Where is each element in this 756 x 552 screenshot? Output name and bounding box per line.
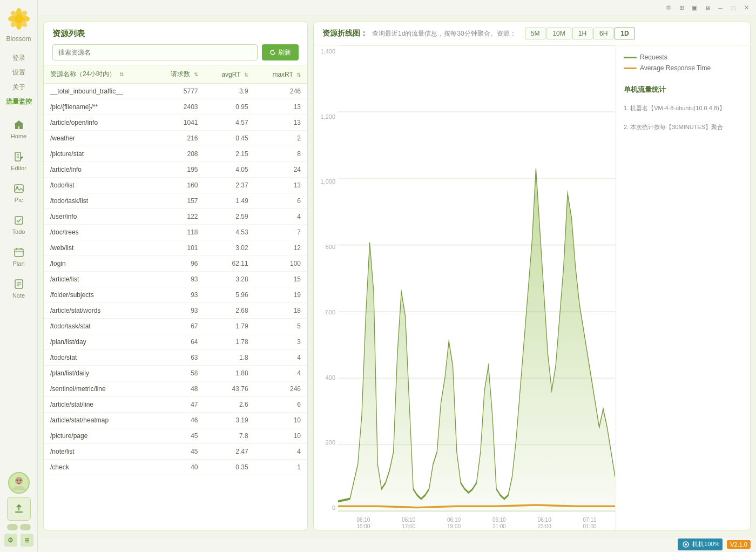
time-1h[interactable]: 1H	[572, 28, 592, 39]
nav-home[interactable]: Home	[0, 113, 37, 145]
table-row[interactable]: __total_inbound_traffic__ 5777 3.9 246	[44, 84, 307, 99]
table-row[interactable]: /check 40 0.35 1	[44, 460, 307, 475]
row-avgrt: 5.96	[205, 287, 255, 303]
table-row[interactable]: /article/open/info 1041 4.57 13	[44, 115, 307, 131]
window-close-btn[interactable]: ✕	[742, 4, 751, 12]
pic-icon	[12, 182, 25, 195]
time-10m[interactable]: 10M	[546, 28, 571, 39]
row-requests: 64	[153, 334, 205, 350]
single-machine-title: 单机流量统计	[624, 85, 742, 95]
window-screen-btn[interactable]: 🖥	[703, 4, 712, 12]
row-name: /check	[44, 460, 153, 475]
time-6h[interactable]: 6H	[593, 28, 613, 39]
svg-rect-16	[15, 217, 23, 224]
row-requests: 46	[153, 413, 205, 428]
traffic-link[interactable]: 流量监控	[2, 95, 36, 109]
col-name-header[interactable]: 资源名称（24小时内） ⇅	[44, 65, 153, 84]
refresh-button[interactable]: 刷新	[262, 44, 299, 60]
window-maximize-btn[interactable]: □	[729, 4, 738, 12]
settings-icon[interactable]: ⚙	[4, 534, 17, 547]
row-avgrt: 1.88	[205, 366, 255, 381]
table-row[interactable]: /article/info 195 4.05 24	[44, 162, 307, 178]
row-name: /plan/list/day	[44, 334, 153, 350]
sidebar-links: 登录 设置 关于 流量监控	[0, 47, 37, 113]
y-label-1000: 1,000	[314, 178, 338, 185]
about-link[interactable]: 关于	[0, 80, 37, 94]
row-name: /article/list	[44, 272, 153, 287]
table-row[interactable]: /web/list 101 3.02 12	[44, 240, 307, 256]
table-row[interactable]: /article/stat/line 47 2.6 6	[44, 397, 307, 413]
settings-link[interactable]: 设置	[0, 66, 37, 79]
nav-pic-label: Pic	[15, 197, 23, 203]
nav-plan-label: Plan	[12, 260, 24, 267]
nav-pic[interactable]: Pic	[0, 177, 37, 208]
y-label-400: 400	[314, 374, 338, 381]
table-row[interactable]: /pic/{filename}/** 2403 0.95 13	[44, 99, 307, 115]
svg-point-27	[19, 480, 21, 481]
table-row[interactable]: /user/info 122 2.59 4	[44, 209, 307, 225]
svg-rect-17	[15, 249, 23, 257]
row-requests: 1041	[153, 115, 205, 131]
table-row[interactable]: /sentinel/metric/line 48 43.76 246	[44, 381, 307, 397]
nav-plan[interactable]: Plan	[0, 240, 37, 272]
table-row[interactable]: /article/list 93 3.28 15	[44, 272, 307, 287]
row-requests: 101	[153, 240, 205, 256]
nav-note[interactable]: Note	[0, 272, 37, 304]
table-row[interactable]: /weather 216 0.45 2	[44, 131, 307, 146]
row-requests: 93	[153, 287, 205, 303]
legend-avgrt: Average Response Time	[624, 64, 742, 72]
table-row[interactable]: /todo/task/stat 67 1.79 5	[44, 319, 307, 334]
table-row[interactable]: /plan/list/day 64 1.78 3	[44, 334, 307, 350]
window-topbar: ⚙ ⊞ ▣ 🖥 ─ □ ✕	[38, 0, 756, 16]
table-row[interactable]: /login 96 62.11 100	[44, 256, 307, 272]
svg-point-25	[15, 477, 23, 484]
upload-button[interactable]	[7, 497, 31, 521]
time-5m[interactable]: 5M	[525, 28, 546, 39]
table-row[interactable]: /doc/trees 118 4.53 7	[44, 225, 307, 240]
row-avgrt: 2.47	[205, 444, 255, 460]
row-name: /todo/task/stat	[44, 319, 153, 334]
table-row[interactable]: /article/stat/heatmap 46 3.19 10	[44, 413, 307, 428]
col-avgrt-header[interactable]: avgRT ⇅	[205, 65, 255, 84]
row-avgrt: 62.11	[205, 256, 255, 272]
toggle-1[interactable]	[7, 524, 18, 530]
table-row[interactable]: /plan/list/daily 58 1.88 4	[44, 366, 307, 381]
table-row[interactable]: /picture/stat 208 2.15 8	[44, 146, 307, 162]
window-settings-btn[interactable]: ⚙	[664, 4, 673, 12]
y-label-0: 0	[314, 504, 338, 511]
x-axis-labels: 06:1015:00 06:1017:00 06:1019:00 06:1021…	[338, 517, 615, 530]
row-requests: 58	[153, 366, 205, 381]
table-row[interactable]: /folder/subjects 93 5.96 19	[44, 287, 307, 303]
nav-editor[interactable]: Editor	[0, 145, 37, 177]
window-layout-btn[interactable]: ▣	[690, 4, 699, 12]
plan-icon	[12, 246, 25, 259]
y-label-800: 800	[314, 244, 338, 250]
resource-list-panel: 资源列表 刷新 资源名称（24小时内） ⇅	[43, 22, 308, 530]
col-requests-header[interactable]: 请求数 ⇅	[153, 65, 205, 84]
legend-info-1: 1. 机器名【VM-4-8-ubuntu(10.0.4.8)】	[624, 103, 742, 113]
table-row[interactable]: /todo/task/list 157 1.49 6	[44, 193, 307, 209]
window-minimize-btn[interactable]: ─	[716, 4, 725, 12]
table-row[interactable]: /article/stat/words 93 2.68 18	[44, 303, 307, 319]
table-row[interactable]: /picture/page 45 7.8 10	[44, 428, 307, 444]
window-monitor-btn[interactable]: ⊞	[677, 4, 686, 12]
nav-todo[interactable]: Todo	[0, 208, 37, 240]
row-name: __total_inbound_traffic__	[44, 84, 153, 99]
row-requests: 40	[153, 460, 205, 475]
table-row[interactable]: /todo/stat 63 1.8 4	[44, 350, 307, 366]
chart-panel: 资源折线图： 查询最近1d的流量信息，按每30分钟聚合。资源： 5M 10M 1…	[313, 22, 751, 530]
login-link[interactable]: 登录	[0, 51, 37, 65]
grid-icon[interactable]: ⊞	[21, 534, 33, 547]
row-maxrt: 18	[255, 303, 307, 319]
search-input[interactable]	[52, 44, 258, 60]
row-avgrt: 2.15	[205, 146, 255, 162]
time-1d[interactable]: 1D	[615, 28, 634, 39]
table-row[interactable]: /todo/list 160 2.37 13	[44, 178, 307, 193]
table-row[interactable]: /note/list 45 2.47 4	[44, 444, 307, 460]
col-maxrt-header[interactable]: maxRT ⇅	[255, 65, 307, 84]
row-maxrt: 15	[255, 272, 307, 287]
toggle-2[interactable]	[20, 524, 31, 530]
avatar[interactable]	[8, 472, 30, 494]
requests-dot	[624, 57, 637, 58]
sort-avgrt-icon: ⇅	[244, 72, 248, 78]
